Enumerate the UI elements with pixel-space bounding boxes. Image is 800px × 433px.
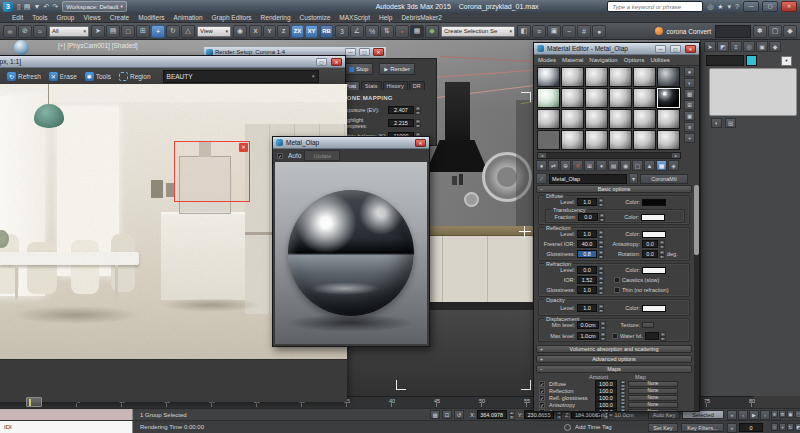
material-sample-slot[interactable] [657,67,680,87]
glossiness-field[interactable]: 0.8 [577,250,597,258]
region-button[interactable]: Region [115,70,155,82]
material-sample-slot[interactable] [585,67,608,87]
map-none-button[interactable]: None [628,388,678,394]
material-sample-slot[interactable] [609,67,632,87]
redo-icon[interactable]: ↷ [51,2,59,12]
motion-tab-icon[interactable]: ◎ [743,41,755,52]
diffuse-level-field[interactable]: 1.0 [577,198,597,206]
fresnel-ior-field[interactable]: 40.0 [577,240,597,248]
axis-constraint-button[interactable]: Y [263,25,276,38]
selection-lock-icon[interactable]: ▦ [430,410,440,419]
scroll-left-icon[interactable]: ◂ [538,153,546,158]
move-gizmo[interactable] [519,226,531,238]
material-sample-slot[interactable] [561,88,584,108]
add-time-tag[interactable]: Add Time Tag [575,424,612,430]
go-to-parent-icon[interactable]: ▲ [644,160,655,171]
material-sample-slot[interactable] [537,130,560,150]
script-green-icon[interactable]: ◆ [425,25,439,38]
map-none-button[interactable]: None [628,395,678,401]
background-icon[interactable]: ▦ [656,160,667,171]
previous-frame-icon[interactable]: ‹ [738,410,748,420]
maximize-button[interactable]: ▢ [316,58,327,66]
reset-material-icon[interactable]: ✕ [572,160,583,171]
object-color-swatch[interactable] [746,55,757,66]
reflection-color-swatch[interactable] [642,231,666,238]
auto-checkbox[interactable]: ✓ [277,153,283,159]
material-sample-slot[interactable] [561,130,584,150]
map-enable-checkbox[interactable]: ✓ [539,381,545,387]
named-selection-sets-dropdown[interactable]: Create Selection Se▾ [441,26,515,37]
axis-constraint-button[interactable]: X [249,25,262,38]
diffuse-color-swatch[interactable] [642,199,666,206]
map-enable-checkbox[interactable]: ✓ [539,395,545,401]
material-sample-slot[interactable] [633,109,656,129]
pan-icon[interactable]: + [779,423,786,431]
axis-constraint-button[interactable]: Z [277,25,290,38]
search-box[interactable] [607,1,703,12]
zoom-all-icon[interactable]: ⊞ [779,410,786,418]
update-button[interactable]: Update [304,150,340,161]
go-to-frame-icon[interactable]: « [727,423,737,433]
rectangular-region-icon[interactable]: □ [121,25,135,38]
menu-item[interactable]: Material [562,57,583,63]
material-name-dropdown-arrow[interactable]: ▾ [629,173,638,184]
select-object-icon[interactable]: ➤ [91,25,105,38]
opacity-color-swatch[interactable] [642,305,666,312]
vfb-panel-tab[interactable]: DR [409,81,425,90]
display-tab-icon[interactable]: ▣ [756,41,768,52]
material-sample-slot[interactable] [633,88,656,108]
material-sample-slot[interactable] [657,130,680,150]
zoom-region-icon[interactable]: ▢ [795,410,800,418]
material-sample-slot[interactable] [609,88,632,108]
menu-item[interactable]: DebrisMaker2 [401,14,441,21]
angle-snap-icon[interactable]: ∠ [350,25,364,38]
menu-item[interactable]: Tools [32,14,47,21]
use-pivot-center-icon[interactable]: ◉ [233,25,247,38]
put-to-library-icon[interactable]: ♦ [596,160,607,171]
curve-editor-icon[interactable]: ~ [562,25,576,38]
options2-icon[interactable]: ◈ [668,160,679,171]
search-input[interactable] [610,3,700,11]
modify-tab-icon[interactable]: ◩ [717,41,729,52]
bind-to-space-warp-icon[interactable]: ≈ [33,25,47,38]
viewport-label[interactable]: [+] [PhysCam001] [Shaded] [58,42,138,49]
material-type-button[interactable]: CoronaMtl [640,174,688,184]
vfb-panel-tab[interactable]: Stats [361,81,382,90]
displacement-max-field[interactable]: 1.0cm [577,332,599,340]
communication-center-icon[interactable]: ★ [716,2,724,12]
modifier-stack-list[interactable] [709,68,797,116]
script-red-icon[interactable]: ▪ [395,25,409,38]
water-level-checkbox[interactable] [612,333,618,339]
displacement-texture-button[interactable] [642,322,654,328]
close-button[interactable]: ✕ [415,139,426,147]
material-sample-slot[interactable] [657,88,680,108]
basic-options-rollout[interactable]: −Basic options [536,185,692,193]
zoom-extents-icon[interactable]: ▣ [787,410,794,418]
minimize-button[interactable]: — [345,48,356,56]
material-sample-slot[interactable] [633,67,656,87]
map-enable-checkbox[interactable]: ✓ [539,388,545,394]
menu-item[interactable]: Rendering [261,14,291,21]
menu-item[interactable]: Customize [300,14,331,21]
sign-in-icon[interactable]: ▾ [727,2,733,12]
sample-tiling-icon[interactable]: ⊞ [684,100,695,110]
spinner[interactable]: ▴▾ [598,230,604,238]
opacity-level-field[interactable]: 1.0 [577,304,597,312]
minimize-button[interactable]: — [743,1,759,12]
minimize-button[interactable]: — [655,45,666,53]
spinner[interactable]: ▴▾ [598,198,604,206]
field-value[interactable]: 2.215 [388,119,414,127]
advanced-options-rollout[interactable]: +Advanced options [536,355,692,363]
select-by-name-icon[interactable]: ▤ [106,25,120,38]
select-by-material-icon[interactable]: + [684,133,695,143]
material-sample-slot[interactable] [537,67,560,87]
new-scene-icon[interactable]: ▯ [16,2,22,12]
snap-toggle-icon[interactable]: 3 [335,25,349,38]
unlink-selection-icon[interactable]: ⊘ [18,25,32,38]
material-sample-slot[interactable] [609,130,632,150]
spinner[interactable]: ▴▾ [598,276,604,284]
material-sample-slot[interactable] [561,67,584,87]
refraction-color-swatch[interactable] [642,267,666,274]
layer-manager-icon[interactable]: ▣ [547,25,561,38]
play-icon[interactable]: ▶ [749,410,759,420]
